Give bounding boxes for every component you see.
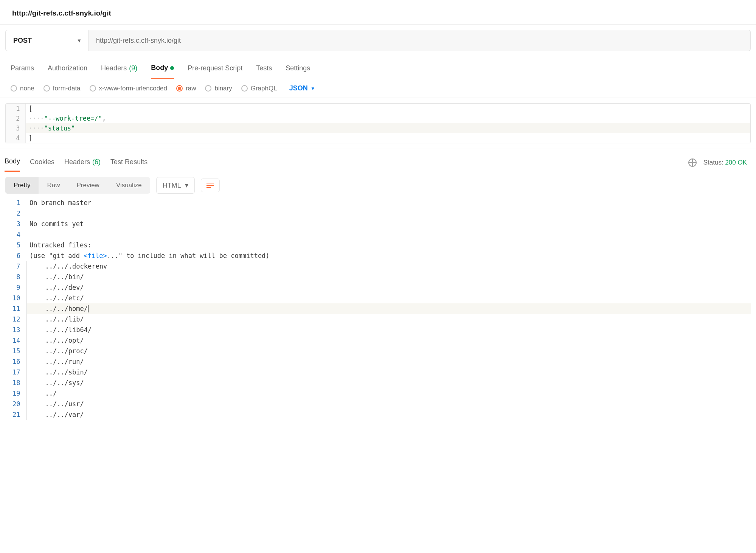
body-type-binary[interactable]: binary xyxy=(205,85,232,92)
tab-body-label: Body xyxy=(151,64,168,72)
resp-tab-headers-count: (6) xyxy=(92,158,101,166)
response-format-select[interactable]: HTML ▾ xyxy=(156,177,195,194)
chevron-down-icon: ▾ xyxy=(185,181,188,190)
body-type-xwww[interactable]: x-www-form-urlencoded xyxy=(90,85,167,92)
view-mode-preview[interactable]: Preview xyxy=(68,177,107,194)
modified-dot-icon xyxy=(170,66,174,70)
status-label: Status: xyxy=(703,159,723,166)
resp-tab-cookies[interactable]: Cookies xyxy=(30,154,54,172)
tab-authorization[interactable]: Authorization xyxy=(48,60,87,79)
tab-headers-label: Headers xyxy=(101,64,127,72)
body-type-form-data[interactable]: form-data xyxy=(43,85,81,92)
tab-headers-count: (9) xyxy=(129,64,137,72)
body-format-value: JSON xyxy=(289,84,308,92)
body-type-xwww-label: x-www-form-urlencoded xyxy=(99,85,167,92)
body-type-form-data-label: form-data xyxy=(53,85,81,92)
view-mode-raw[interactable]: Raw xyxy=(39,177,68,194)
body-type-none[interactable]: none xyxy=(11,85,34,92)
chevron-down-icon: ▾ xyxy=(78,37,81,43)
request-title: http://git-refs.c.ctf-snyk.io/git xyxy=(0,0,756,25)
resp-tab-headers-label: Headers xyxy=(64,158,90,166)
body-format-select[interactable]: JSON ▾ xyxy=(289,84,314,92)
response-body-viewer[interactable]: 1On branch master23No commits yet45Untra… xyxy=(5,197,751,420)
tab-prerequest[interactable]: Pre-request Script xyxy=(188,60,242,79)
chevron-down-icon: ▾ xyxy=(312,85,314,91)
method-value: POST xyxy=(13,37,32,45)
body-type-none-label: none xyxy=(20,85,34,92)
body-type-graphql[interactable]: GraphQL xyxy=(241,85,277,92)
body-type-graphql-label: GraphQL xyxy=(251,85,277,92)
resp-tab-test-results[interactable]: Test Results xyxy=(110,154,147,172)
resp-tab-body[interactable]: Body xyxy=(5,154,20,172)
globe-icon[interactable] xyxy=(688,158,697,167)
url-input[interactable] xyxy=(88,30,751,51)
status-value: 200 OK xyxy=(725,159,747,166)
tab-params[interactable]: Params xyxy=(11,60,34,79)
body-type-raw[interactable]: raw xyxy=(176,85,196,92)
tab-headers[interactable]: Headers (9) xyxy=(101,60,137,79)
view-mode-pretty[interactable]: Pretty xyxy=(5,177,39,194)
wrap-lines-button[interactable] xyxy=(201,179,220,192)
body-type-binary-label: binary xyxy=(214,85,232,92)
wrap-lines-icon xyxy=(206,183,214,188)
method-select[interactable]: POST ▾ xyxy=(5,30,88,51)
response-format-value: HTML xyxy=(163,182,181,190)
request-body-editor[interactable]: 1[2····"--work-tree=/",3····"status"4] xyxy=(5,103,751,143)
tab-body[interactable]: Body xyxy=(151,60,174,79)
body-type-raw-label: raw xyxy=(186,85,196,92)
view-mode-visualize[interactable]: Visualize xyxy=(108,177,150,194)
tab-tests[interactable]: Tests xyxy=(256,60,272,79)
resp-tab-headers[interactable]: Headers (6) xyxy=(64,154,101,172)
tab-settings[interactable]: Settings xyxy=(286,60,310,79)
view-mode-segment: Pretty Raw Preview Visualize xyxy=(5,177,150,194)
